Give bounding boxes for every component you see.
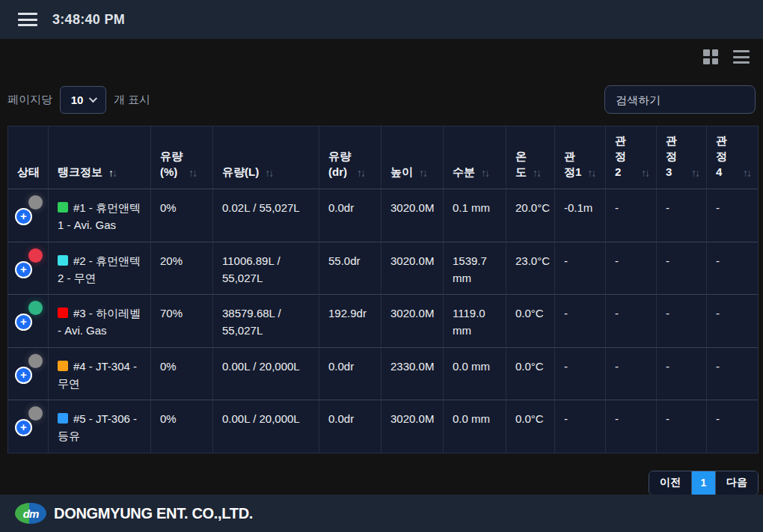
cell-well1: - bbox=[555, 400, 606, 453]
tank-color-swatch bbox=[58, 413, 68, 424]
cell-tank-info: #1 - 휴먼앤텍1 - Avi. Gas bbox=[49, 189, 151, 242]
table-row: + #3 - 하이레벨 - Avi. Gas 70% 38579.68L / 5… bbox=[8, 295, 758, 348]
pagination: 이전 1 다음 bbox=[0, 471, 759, 495]
sort-icon: ↑↓ bbox=[533, 167, 540, 180]
column-header[interactable]: 수분 ↑↓ bbox=[444, 126, 506, 189]
list-view-icon[interactable] bbox=[732, 48, 751, 66]
clock: 3:48:40 PM bbox=[52, 12, 125, 28]
cell-tank-info: #2 - 휴먼앤텍2 - 무연 bbox=[49, 242, 151, 296]
status-led-icon bbox=[28, 406, 43, 421]
column-header[interactable]: 탱크정보 ↑↓ bbox=[49, 126, 151, 189]
expand-row-button[interactable]: + bbox=[15, 367, 32, 384]
cell-status: + bbox=[8, 348, 49, 401]
grid-icon bbox=[703, 49, 718, 64]
cell-tank-info: #3 - 하이레벨 - Avi. Gas bbox=[49, 295, 151, 348]
cell-temperature: 0.0°C bbox=[506, 295, 555, 348]
prev-page-button[interactable]: 이전 bbox=[649, 471, 692, 495]
column-header[interactable]: 상태 bbox=[8, 126, 49, 189]
cell-moisture: 1119.0 mm bbox=[444, 295, 506, 348]
cell-status: + bbox=[8, 189, 49, 242]
expand-row-button[interactable]: + bbox=[15, 261, 32, 278]
search-input[interactable] bbox=[604, 85, 756, 114]
cell-temperature: 0.0°C bbox=[506, 400, 555, 453]
tank-name: #5 - JT-306 - 등유 bbox=[58, 412, 137, 442]
cell-flow-dr: 0.0dr bbox=[319, 348, 382, 401]
list-icon bbox=[733, 50, 750, 64]
cell-well3: - bbox=[657, 189, 707, 242]
per-page-control: 페이지당 10 개 표시 bbox=[7, 86, 150, 114]
cell-flow-percent: 0% bbox=[151, 189, 213, 242]
column-header[interactable]: 온 도 ↑↓ bbox=[506, 126, 555, 189]
column-header[interactable]: 높이 ↑↓ bbox=[382, 126, 444, 189]
table-body: + #1 - 휴먼앤텍1 - Avi. Gas 0% 0.02L / 55,02… bbox=[8, 189, 758, 453]
cell-height: 2330.0M bbox=[382, 348, 444, 401]
cell-temperature: 20.0°C bbox=[506, 189, 555, 242]
cell-well4: - bbox=[707, 348, 758, 401]
per-page-suffix-label: 개 표시 bbox=[114, 93, 150, 107]
cell-flow-percent: 0% bbox=[151, 400, 213, 453]
tank-name: #2 - 휴먼앤텍2 - 무연 bbox=[58, 254, 141, 284]
expand-row-button[interactable]: + bbox=[15, 208, 32, 225]
cell-well2: - bbox=[606, 348, 657, 401]
cell-well4: - bbox=[707, 242, 758, 296]
sort-icon: ↑↓ bbox=[691, 167, 699, 180]
column-header[interactable]: 유량(L) ↑↓ bbox=[213, 126, 319, 189]
tank-name: #1 - 휴먼앤텍1 - Avi. Gas bbox=[58, 201, 141, 231]
per-page-select[interactable]: 10 bbox=[60, 86, 106, 114]
cell-well3: - bbox=[657, 400, 707, 453]
column-header[interactable]: 유량 (dr) ↑↓ bbox=[319, 126, 382, 189]
cell-flow-percent: 0% bbox=[151, 348, 213, 401]
column-header[interactable]: 관정 4 ↑↓ bbox=[707, 126, 758, 189]
status-led-icon bbox=[28, 248, 43, 263]
cell-flow-dr: 192.9dr bbox=[319, 295, 382, 348]
sort-icon: ↑↓ bbox=[419, 167, 426, 180]
view-toggle bbox=[0, 39, 763, 66]
company-name: DONGMYUNG ENT. CO.,LTD. bbox=[54, 505, 253, 522]
next-page-button[interactable]: 다음 bbox=[716, 471, 758, 495]
table-controls: 페이지당 10 개 표시 bbox=[7, 85, 756, 114]
cell-height: 3020.0M bbox=[382, 189, 444, 242]
table-row: + #2 - 휴먼앤텍2 - 무연 20% 11006.89L / 55,027… bbox=[8, 242, 758, 296]
cell-moisture: 0.0 mm bbox=[444, 348, 506, 401]
cell-height: 3020.0M bbox=[382, 400, 444, 453]
cell-moisture: 0.1 mm bbox=[444, 189, 506, 242]
tank-color-swatch bbox=[58, 202, 68, 213]
cell-status: + bbox=[8, 400, 49, 453]
cell-well4: - bbox=[707, 189, 758, 242]
page-1-button[interactable]: 1 bbox=[692, 471, 716, 495]
per-page-prefix-label: 페이지당 bbox=[7, 93, 52, 107]
status-led-icon bbox=[28, 354, 43, 368]
grid-view-icon[interactable] bbox=[702, 48, 720, 66]
cell-moisture: 1539.7 mm bbox=[444, 242, 506, 296]
cell-status: + bbox=[8, 242, 49, 296]
table-header-row: 상태 탱크정보 ↑↓ 유량 (%) ↑↓ 유량(L) ↑↓ 유량 (dr) ↑↓… bbox=[8, 126, 758, 189]
cell-well3: - bbox=[657, 242, 707, 296]
tank-color-swatch bbox=[58, 255, 68, 266]
expand-row-button[interactable]: + bbox=[15, 314, 32, 331]
column-header[interactable]: 관정 3 ↑↓ bbox=[657, 126, 707, 189]
per-page-value: 10 bbox=[71, 94, 84, 106]
sort-icon: ↑↓ bbox=[108, 167, 116, 180]
cell-flow-percent: 70% bbox=[151, 295, 213, 348]
table-row: + #4 - JT-304 - 무연 0% 0.00L / 20,000L 0.… bbox=[8, 348, 758, 401]
column-header[interactable]: 관정 2 ↑↓ bbox=[606, 126, 657, 189]
sort-icon: ↑↓ bbox=[357, 167, 364, 180]
status-led-icon bbox=[28, 301, 43, 315]
column-header[interactable]: 유량 (%) ↑↓ bbox=[151, 126, 213, 189]
cell-moisture: 0.0 mm bbox=[444, 400, 506, 453]
tank-name: #3 - 하이레벨 - Avi. Gas bbox=[58, 307, 141, 337]
menu-icon[interactable] bbox=[18, 13, 37, 26]
cell-flow-dr: 0.0dr bbox=[319, 400, 382, 453]
cell-flow-dr: 0.0dr bbox=[319, 189, 382, 242]
cell-well2: - bbox=[606, 189, 657, 242]
tank-color-swatch bbox=[58, 361, 68, 371]
sort-icon: ↑↓ bbox=[641, 167, 649, 180]
column-header[interactable]: 관 정1 ↑↓ bbox=[555, 126, 606, 189]
expand-row-button[interactable]: + bbox=[15, 419, 32, 436]
cell-well2: - bbox=[606, 400, 657, 453]
sort-icon: ↑↓ bbox=[743, 167, 750, 180]
cell-flow-liters: 0.00L / 20,000L bbox=[213, 348, 319, 401]
cell-height: 3020.0M bbox=[382, 242, 444, 296]
cell-well2: - bbox=[606, 295, 657, 348]
cell-well3: - bbox=[657, 348, 707, 401]
